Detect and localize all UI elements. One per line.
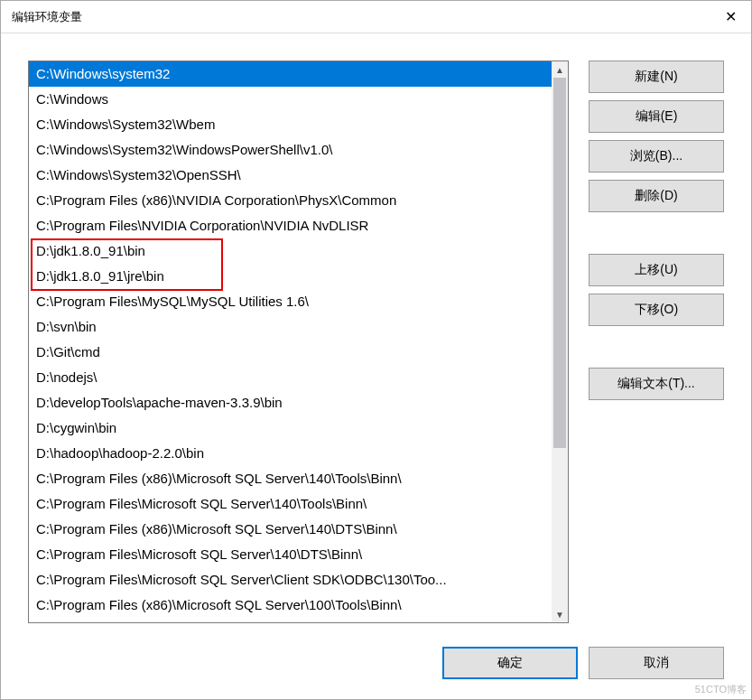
scroll-down-icon[interactable]: ▼ xyxy=(552,606,568,622)
button-column: 新建(N) 编辑(E) 浏览(B)... 删除(D) 上移(U) 下移(O) 编… xyxy=(589,61,724,629)
list-inner: C:\Windows\system32C:\WindowsC:\Windows\… xyxy=(29,61,552,622)
titlebar: 编辑环境变量 ✕ xyxy=(1,1,751,33)
scroll-track[interactable] xyxy=(552,78,568,606)
scrollbar[interactable]: ▲ ▼ xyxy=(552,61,568,622)
edit-text-button[interactable]: 编辑文本(T)... xyxy=(589,368,724,400)
edit-button[interactable]: 编辑(E) xyxy=(589,100,724,133)
list-item[interactable]: C:\Program Files (x86)\Microsoft SQL Ser… xyxy=(29,517,552,542)
list-item[interactable]: C:\Program Files\Microsoft SQL Server\14… xyxy=(29,542,552,567)
move-down-button[interactable]: 下移(O) xyxy=(589,294,724,326)
list-item[interactable]: D:\developTools\apache-maven-3.3.9\bin xyxy=(29,390,552,415)
new-button[interactable]: 新建(N) xyxy=(589,61,724,93)
list-item[interactable]: C:\Windows\System32\WindowsPowerShell\v1… xyxy=(29,137,552,163)
list-item[interactable]: D:\jdk1.8.0_91\jre\bin xyxy=(29,264,552,289)
edit-env-var-dialog: 编辑环境变量 ✕ C:\Windows\system32C:\WindowsC:… xyxy=(0,0,752,700)
footer: 确定 取消 xyxy=(1,638,751,699)
window-title: 编辑环境变量 xyxy=(12,9,82,25)
close-button[interactable]: ✕ xyxy=(710,1,751,33)
list-item[interactable]: C:\Windows\System32\Wbem xyxy=(29,112,552,137)
list-item[interactable]: D:\cygwin\bin xyxy=(29,415,552,441)
path-listbox[interactable]: C:\Windows\system32C:\WindowsC:\Windows\… xyxy=(28,61,569,623)
spacer xyxy=(589,333,724,360)
list-item[interactable]: C:\Program Files\Microsoft SQL Server\14… xyxy=(29,491,552,517)
content-area: C:\Windows\system32C:\WindowsC:\Windows\… xyxy=(1,33,751,638)
move-up-button[interactable]: 上移(U) xyxy=(589,254,724,286)
browse-button[interactable]: 浏览(B)... xyxy=(589,140,724,173)
list-item[interactable]: C:\Program Files (x86)\Microsoft SQL Ser… xyxy=(29,593,552,618)
list-item[interactable]: D:\jdk1.8.0_91\bin xyxy=(29,238,552,264)
list-item[interactable]: C:\Program Files (x86)\Microsoft SQL Ser… xyxy=(29,466,552,491)
delete-button[interactable]: 删除(D) xyxy=(589,180,724,212)
scroll-thumb[interactable] xyxy=(553,78,566,448)
list-item[interactable]: C:\Program Files\Microsoft SQL Server\Cl… xyxy=(29,567,552,593)
list-item[interactable]: C:\Windows\System32\OpenSSH\ xyxy=(29,163,552,188)
spacer xyxy=(589,219,724,247)
close-icon: ✕ xyxy=(725,8,737,25)
ok-button[interactable]: 确定 xyxy=(442,647,578,679)
list-item[interactable]: C:\Program Files (x86)\NVIDIA Corporatio… xyxy=(29,188,552,213)
list-item[interactable]: D:\Git\cmd xyxy=(29,340,552,365)
list-item[interactable]: D:\hadoop\hadoop-2.2.0\bin xyxy=(29,441,552,466)
cancel-button[interactable]: 取消 xyxy=(589,647,724,679)
list-item[interactable]: C:\Program Files\NVIDIA Corporation\NVID… xyxy=(29,213,552,238)
scroll-up-icon[interactable]: ▲ xyxy=(552,61,568,78)
list-item[interactable]: D:\svn\bin xyxy=(29,314,552,340)
list-item[interactable]: C:\Program Files\MySQL\MySQL Utilities 1… xyxy=(29,289,552,314)
list-item[interactable]: C:\Windows\system32 xyxy=(29,61,552,87)
list-item[interactable]: D:\nodejs\ xyxy=(29,365,552,390)
list-item[interactable]: C:\Windows xyxy=(29,87,552,112)
